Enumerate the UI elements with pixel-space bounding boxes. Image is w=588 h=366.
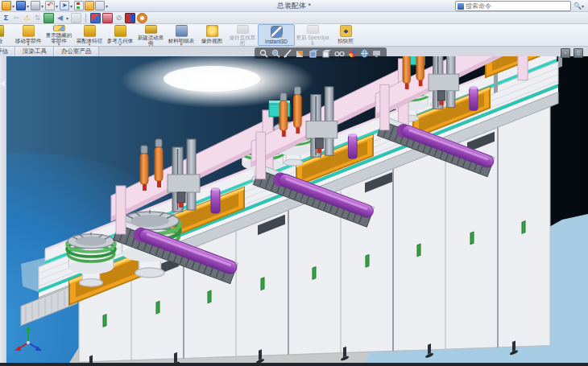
- print-icon[interactable]: [31, 1, 40, 10]
- edit-appearance-icon[interactable]: [348, 49, 357, 58]
- error-check-icon[interactable]: ⚠: [23, 14, 31, 23]
- scene-settings-icon[interactable]: [137, 13, 147, 23]
- search-doc-icon: [458, 3, 464, 10]
- take-snapshot-icon: [340, 25, 352, 37]
- print-caret-icon[interactable]: ▾: [41, 3, 43, 9]
- zoom-to-fit-icon[interactable]: [259, 49, 268, 58]
- view-settings-icon[interactable]: [372, 49, 382, 58]
- hide-show-items-icon[interactable]: [334, 49, 345, 58]
- compare-documents-icon[interactable]: [125, 13, 135, 23]
- panel-expand-arrow-icon[interactable]: [1, 80, 5, 87]
- title-bar: ▾ ▾ ▾ ↶▾ ➤▾ ▾ 总装配体 * 🔍 ▾: [0, 0, 588, 12]
- search-caret-icon[interactable]: ▾: [582, 3, 584, 9]
- ribbon-button-bill-of-materials[interactable]: 材料明细表: [166, 24, 197, 46]
- command-manager-ribbon: 配合 移动零部件 显示隐藏的零部件 装配体特征 参考几何体 新建运动算例 材料明…: [0, 24, 588, 47]
- window-caret-icon[interactable]: ▾: [106, 3, 108, 9]
- toolbar-separator: [85, 14, 86, 23]
- bill-of-materials-icon: [176, 25, 188, 37]
- secondary-toolbar: Σ ✂ ⚠ ⇅ ◀ ▾ ⊘: [0, 12, 588, 24]
- ribbon-button-explode-line-sketch[interactable]: 爆炸直线草图: [227, 24, 258, 46]
- ribbon-button-instant3d[interactable]: Instant3D: [258, 24, 295, 46]
- save-icon[interactable]: [16, 1, 26, 10]
- graphics-area[interactable]: [6, 56, 588, 363]
- save-caret-icon[interactable]: ▾: [27, 3, 29, 9]
- file-properties-icon[interactable]: [85, 1, 94, 10]
- exploded-view-icon: [206, 25, 218, 37]
- select-caret-icon[interactable]: ▾: [70, 3, 72, 9]
- mate-icon: [0, 25, 4, 37]
- assembly-3d-scene[interactable]: [6, 56, 588, 363]
- table-icon[interactable]: [71, 13, 81, 23]
- ribbon-button-new-motion-study[interactable]: 新建运动算例: [135, 24, 166, 46]
- equations-icon[interactable]: Σ: [2, 14, 10, 23]
- tab-evaluate[interactable]: 评估: [0, 47, 15, 56]
- explode-line-sketch-icon: [237, 25, 249, 34]
- share-icon[interactable]: ◀: [56, 14, 64, 23]
- motion-manager-icon[interactable]: [102, 13, 113, 23]
- command-search[interactable]: [455, 1, 571, 11]
- task-pane-buttons: ▫ ▯: [561, 48, 583, 58]
- undo-icon[interactable]: ↶: [45, 1, 55, 10]
- ribbon-button-assembly-features[interactable]: 装配体特征: [74, 24, 105, 46]
- ribbon-button-show-hidden-components[interactable]: 显示隐藏的零部件: [43, 24, 74, 46]
- trim-icon[interactable]: ✂: [12, 14, 21, 23]
- search-input[interactable]: [466, 2, 569, 10]
- share-caret-icon[interactable]: ▾: [66, 15, 68, 21]
- undo-caret-icon[interactable]: ▾: [56, 3, 58, 9]
- ribbon-button-mate[interactable]: 配合: [0, 24, 13, 46]
- scene-light-core: [164, 66, 260, 92]
- ribbon-button-exploded-view[interactable]: 爆炸视图: [197, 24, 227, 46]
- quick-access-toolbar: ▾ ▾ ▾ ↶▾ ➤▾ ▾: [0, 1, 109, 10]
- reference-geometry-icon: [114, 25, 126, 37]
- view-orientation-icon[interactable]: [308, 49, 318, 58]
- heads-up-view-toolbar: [255, 47, 387, 59]
- instant3d-icon: [271, 26, 283, 38]
- render-flag-icon[interactable]: [90, 13, 101, 23]
- apply-scene-icon[interactable]: [360, 49, 369, 58]
- ribbon-button-move-component[interactable]: 移动零部件: [13, 24, 43, 46]
- rebuild-icon[interactable]: [74, 1, 84, 10]
- assembly-features-icon: [84, 25, 96, 37]
- zoom-to-area-icon[interactable]: [271, 49, 280, 58]
- section-view-icon[interactable]: [296, 49, 305, 58]
- solidworks-window: { "window": { "title": "总装配体 *" }, "sear…: [0, 0, 588, 366]
- ribbon-button-update-speedpak[interactable]: 更新 Speedpak: [295, 24, 330, 46]
- open-caret-icon[interactable]: ▾: [12, 3, 14, 9]
- previous-view-icon[interactable]: [284, 49, 292, 58]
- tab-render-tools[interactable]: 渲染工具: [15, 47, 54, 56]
- design-check-icon[interactable]: [43, 13, 54, 23]
- task-pane-collapse-icon[interactable]: ▫: [561, 48, 570, 58]
- ribbon-button-reference-geometry[interactable]: 参考几何体: [105, 24, 135, 46]
- ribbon-button-take-snapshot[interactable]: 拍快照: [330, 24, 361, 46]
- task-pane-pin-icon[interactable]: ▯: [574, 48, 583, 58]
- status-strip: [0, 363, 588, 366]
- tab-office-products[interactable]: 办公室产品: [54, 47, 99, 56]
- no-section-icon[interactable]: ⊘: [114, 14, 123, 23]
- move-component-icon: [23, 25, 35, 37]
- select-cursor-icon[interactable]: ➤: [60, 1, 69, 10]
- search-magnifier-icon[interactable]: 🔍: [574, 2, 582, 10]
- reorder-icon[interactable]: ⇅: [33, 14, 42, 23]
- update-speedpak-icon: [307, 25, 319, 34]
- show-hidden-components-icon: [53, 25, 65, 31]
- window-display-icon[interactable]: [95, 1, 105, 10]
- display-style-icon[interactable]: [321, 49, 331, 58]
- open-icon[interactable]: [2, 1, 11, 10]
- new-motion-study-icon: [145, 25, 157, 34]
